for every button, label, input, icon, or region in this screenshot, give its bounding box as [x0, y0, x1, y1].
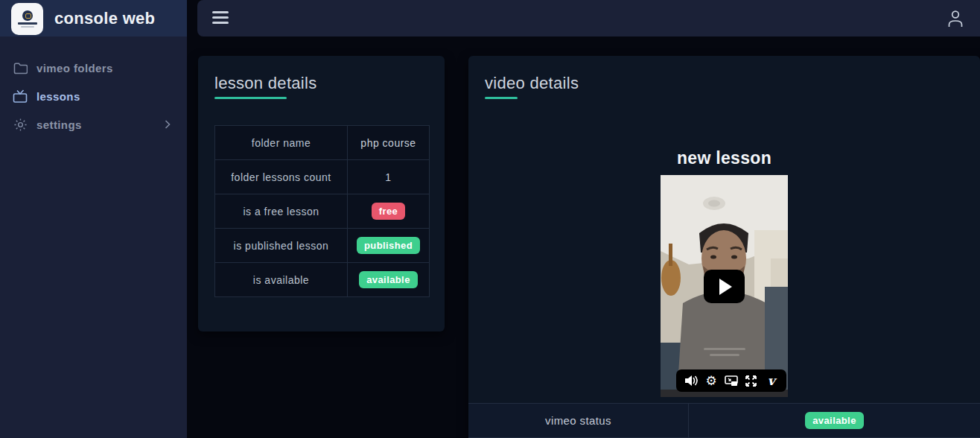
row-label: folder lessons count: [215, 160, 348, 194]
chevron-right-icon: [165, 120, 171, 129]
table-row: folder name php course: [215, 126, 430, 160]
lesson-details-card: lesson details folder name php course fo…: [198, 56, 445, 331]
title-underline: [485, 97, 518, 99]
play-button[interactable]: [704, 270, 745, 303]
table-row: is available available: [215, 263, 430, 297]
brand-logo: [11, 3, 43, 35]
row-value: php course: [348, 126, 430, 160]
volume-icon[interactable]: [683, 372, 699, 389]
row-label: is published lesson: [215, 229, 348, 263]
video-controls-bar: ⚙ v: [676, 369, 786, 392]
user-profile-icon[interactable]: [946, 9, 964, 28]
sidebar-item-label: lessons: [36, 90, 80, 103]
table-row: folder lessons count 1: [215, 160, 430, 194]
sidebar-nav: vimeo folders lessons: [0, 54, 187, 139]
sidebar-item-label: settings: [36, 118, 82, 131]
folder-icon: [13, 60, 28, 75]
sidebar: console web vimeo folders lesson: [0, 0, 187, 438]
status-badge: free: [372, 203, 405, 220]
status-badge: available: [359, 271, 418, 288]
status-row-value: available: [689, 404, 980, 437]
hamburger-menu-icon[interactable]: [212, 11, 229, 24]
tv-icon: [13, 89, 28, 104]
lesson-details-title-text: lesson details: [214, 74, 317, 92]
topbar: [197, 0, 980, 36]
table-row: is a free lesson free: [215, 194, 430, 229]
gear-icon: [13, 117, 28, 132]
lesson-details-table: folder name php course folder lessons co…: [214, 125, 430, 297]
status-badge: published: [357, 237, 420, 254]
video-details-title-text: video details: [485, 74, 579, 92]
video-lesson-title: new lesson: [586, 148, 862, 168]
settings-icon[interactable]: ⚙: [703, 372, 719, 389]
sidebar-item-label: vimeo folders: [36, 62, 113, 74]
row-label: folder name: [215, 126, 348, 160]
app-window: console web vimeo folders lesson: [0, 0, 980, 438]
status-badge: available: [805, 412, 864, 429]
status-row-label: vimeo status: [468, 404, 689, 437]
picture-in-picture-icon[interactable]: [723, 372, 739, 389]
sidebar-item-settings[interactable]: settings: [0, 110, 187, 139]
play-icon: [719, 279, 732, 295]
sidebar-item-lessons[interactable]: lessons: [0, 82, 187, 110]
sidebar-header: console web: [0, 0, 187, 36]
row-value: 1: [348, 160, 430, 194]
brand-emblem-icon: [22, 10, 33, 21]
title-underline: [214, 97, 287, 99]
lesson-details-title: lesson details: [214, 74, 317, 99]
video-details-card: video details new lesson: [468, 56, 980, 438]
table-row: is published lesson published: [215, 229, 430, 263]
app-title: console web: [54, 9, 155, 28]
sidebar-item-vimeo-folders[interactable]: vimeo folders: [0, 54, 187, 82]
vimeo-status-row: vimeo status available: [468, 403, 980, 438]
video-player[interactable]: ⚙ v: [661, 175, 788, 397]
row-label: is a free lesson: [215, 194, 348, 229]
row-label: is available: [215, 263, 348, 297]
vimeo-logo-icon[interactable]: v: [763, 372, 780, 389]
fullscreen-icon[interactable]: [743, 372, 760, 389]
video-details-title: video details: [485, 74, 579, 99]
